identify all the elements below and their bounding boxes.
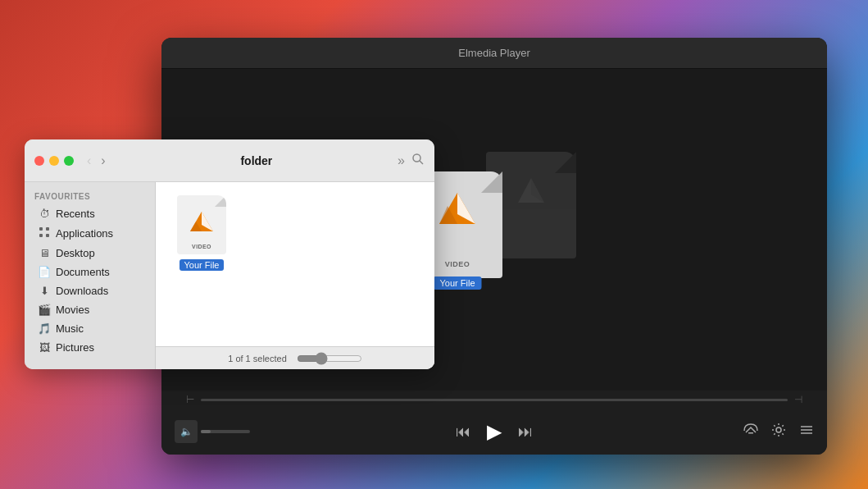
zoom-slider[interactable] [297,352,362,365]
finder-statusbar: 1 of 1 selected [156,346,434,369]
svg-point-10 [413,154,420,162]
svg-line-11 [420,161,423,164]
sidebar-applications-label: Applications [56,227,113,240]
elmedia-controls-bar: 🔈 ⏮ ▶ ⏭ [161,409,827,455]
volume-button[interactable]: 🔈 [175,420,198,443]
finder-titlebar: ‹ › folder » [25,139,434,182]
progress-area: ⊢ ⊣ [161,391,827,409]
finder-toolbar-right: » [398,153,425,169]
svg-rect-14 [39,234,43,237]
file-item[interactable]: VIDEO Your File [169,195,234,271]
volume-area: 🔈 [175,420,250,443]
sidebar-movies-label: Movies [56,304,89,316]
sidebar-item-recents[interactable]: ⏱ Recents [28,204,152,223]
progress-track[interactable] [201,399,788,401]
front-logo-icon [436,186,479,229]
sidebar-item-applications[interactable]: Applications [28,223,152,244]
shadow-logo-icon [511,170,551,209]
sidebar-downloads-label: Downloads [56,285,108,297]
airplay-icon [743,423,758,437]
next-button[interactable]: ⏭ [518,423,533,441]
expand-right-icon: ⊣ [794,394,802,405]
svg-rect-15 [46,234,49,237]
recents-icon: ⏱ [38,208,51,220]
shadow-fold [555,152,576,173]
sidebar-item-desktop[interactable]: 🖥 Desktop [28,244,152,263]
applications-icon [38,226,51,240]
elmedia-title: Elmedia Player [458,47,529,59]
sidebar-documents-label: Documents [56,266,110,278]
favourites-label: Favourites [25,189,155,204]
status-text: 1 of 1 selected [228,354,287,363]
prev-button[interactable]: ⏮ [456,423,470,441]
back-button[interactable]: ‹ [84,153,94,169]
playlist-icon [799,423,814,437]
sidebar-recents-label: Recents [56,208,95,220]
sidebar-music-label: Music [56,322,84,335]
close-button[interactable] [34,156,44,166]
volume-icon: 🔈 [180,426,193,437]
volume-fill [201,430,211,433]
svg-rect-12 [39,227,43,231]
finder-main: VIDEO Your File 1 of 1 selected [156,182,434,369]
traffic-lights [34,156,74,166]
movies-icon: 🎬 [38,304,51,316]
file-sublabel: VIDEO [192,244,211,249]
minimize-button[interactable] [49,156,59,166]
sidebar-item-music[interactable]: 🎵 Music [28,319,152,338]
sidebar-item-pictures[interactable]: 🖼 Pictures [28,338,152,357]
documents-icon: 📄 [38,266,51,278]
media-file-display: VIDEO Your File [412,152,576,308]
settings-button[interactable] [771,423,786,441]
desktop-icon: 🖥 [38,247,51,259]
finder-folder-title: folder [116,154,398,167]
more-button[interactable]: » [398,153,405,168]
finder-window: ‹ › folder » Favourites ⏱ Recents [25,139,434,369]
finder-nav: ‹ › [84,153,109,169]
sidebar-item-documents[interactable]: 📄 Documents [28,263,152,281]
finder-sidebar: Favourites ⏱ Recents Applications 🖥 [25,182,156,369]
downloads-icon: ⬇ [38,285,51,297]
svg-point-6 [776,427,781,432]
volume-bar[interactable] [201,430,250,433]
search-icon [411,153,425,166]
front-doc-sublabel: VIDEO [445,260,470,268]
finder-files: VIDEO Your File [156,182,434,346]
svg-rect-5 [748,432,753,434]
media-file-name-badge: Your File [433,276,481,290]
svg-rect-13 [46,227,49,231]
forward-button[interactable]: › [98,153,108,169]
music-icon: 🎵 [38,322,51,335]
file-logo-icon [188,207,216,235]
elmedia-titlebar: Elmedia Player [161,38,827,69]
airplay-button[interactable] [743,423,758,441]
file-name-badge: Your File [180,259,223,271]
expand-left-icon: ⊢ [186,394,194,405]
applications-grid-icon [39,226,50,238]
front-fold [481,171,502,193]
sidebar-item-movies[interactable]: 🎬 Movies [28,300,152,319]
playlist-button[interactable] [799,423,814,441]
file-icon: VIDEO [177,195,226,254]
finder-body: Favourites ⏱ Recents Applications 🖥 [25,182,434,369]
transport-controls: ⏮ ▶ ⏭ [456,420,533,443]
play-button[interactable]: ▶ [487,420,502,443]
pictures-icon: 🖼 [38,341,51,354]
sidebar-desktop-label: Desktop [56,247,95,259]
file-icon-fold [215,195,226,207]
settings-gear-icon [771,423,786,437]
maximize-button[interactable] [64,156,74,166]
search-button[interactable] [411,153,425,169]
sidebar-pictures-label: Pictures [56,341,94,354]
sidebar-item-downloads[interactable]: ⬇ Downloads [28,281,152,300]
right-controls [743,423,814,441]
